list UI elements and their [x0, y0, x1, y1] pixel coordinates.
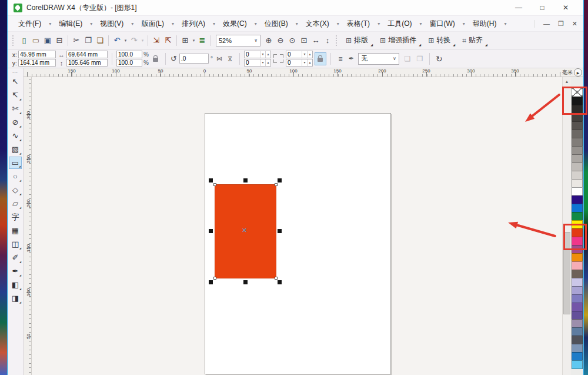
undo-caret-icon[interactable]: ▾ [123, 35, 128, 47]
snap-button[interactable]: ⌗贴齐 [458, 34, 487, 47]
copy-icon[interactable]: ❐ [82, 35, 94, 47]
corner-node-bottom-left[interactable] [213, 277, 216, 280]
zoom-in-icon[interactable]: ⊕ [263, 35, 275, 47]
palette-swatch[interactable] [572, 113, 583, 122]
x-position-field[interactable] [18, 51, 56, 58]
mirror-vertical-button[interactable]: ⋈ [226, 54, 235, 64]
doc-close-icon[interactable]: ✕ [572, 20, 577, 28]
menu-item-file[interactable]: 文件(F) [14, 17, 46, 31]
y-position-field[interactable] [18, 59, 56, 67]
pick-tool[interactable]: ↖ [9, 75, 22, 88]
palette-swatch[interactable] [572, 195, 583, 204]
object-height-field[interactable] [66, 59, 108, 67]
selection-handle-middle-right[interactable] [278, 229, 282, 233]
palette-swatch[interactable] [572, 228, 583, 237]
menu-item-view[interactable]: 视图(V) [95, 17, 128, 31]
page[interactable]: ✕ [205, 113, 391, 374]
palette-swatch[interactable] [572, 212, 583, 221]
doc-minimize-icon[interactable]: — [543, 20, 550, 27]
table-tool[interactable]: ▦ [9, 224, 22, 237]
print-icon[interactable]: ⊟ [54, 35, 65, 47]
menu-item-bitmaps[interactable]: 位图(B) [260, 17, 293, 31]
undo-icon[interactable]: ↶ [111, 35, 123, 47]
corner-radius-lock-button[interactable] [315, 52, 326, 65]
import-icon[interactable]: ⇲ [151, 35, 162, 47]
palette-swatch[interactable] [572, 154, 583, 163]
palette-swatch[interactable] [572, 204, 583, 213]
selection-handle-bottom-right[interactable] [278, 280, 282, 284]
scrollbar-thumb[interactable] [563, 232, 570, 314]
palette-swatch[interactable] [572, 319, 583, 328]
menu-item-edit[interactable]: 编辑(E) [54, 17, 87, 31]
palette-flyout-button[interactable]: ▶ [574, 68, 582, 77]
palette-swatch[interactable] [572, 336, 583, 344]
menu-item-arrange[interactable]: 排列(A) [177, 17, 210, 31]
vertical-ruler[interactable]: 300250200150100500 [24, 77, 32, 375]
maximize-button[interactable]: □ [530, 1, 554, 14]
corner-radius-tr-stepper[interactable]: ▾▴ [286, 51, 313, 58]
text-tool[interactable]: 字 [9, 211, 22, 223]
zoom-page-icon[interactable]: ⊡ [298, 35, 310, 47]
zoom-page-width-icon[interactable]: ↔ [310, 35, 322, 47]
palette-swatch[interactable] [572, 261, 583, 270]
menu-item-effects[interactable]: 效果(C) [218, 17, 252, 31]
new-document-icon[interactable]: ▯ [18, 35, 30, 47]
palette-swatch[interactable] [572, 245, 583, 254]
crop-tool[interactable]: ✄ [9, 102, 22, 115]
outline-width-combobox[interactable]: 无 ∨ [358, 53, 399, 65]
fill-tool[interactable]: ◧ [9, 278, 22, 291]
scroll-up-icon[interactable]: ▲ [563, 77, 571, 86]
ellipse-tool[interactable]: ○ [9, 170, 22, 182]
zoom-selected-icon[interactable]: ⊙ [286, 35, 298, 47]
palette-swatch[interactable] [572, 278, 583, 287]
palette-swatch[interactable] [572, 237, 583, 245]
palette-swatch[interactable] [572, 360, 583, 369]
zoom-page-height-icon[interactable]: ↕ [322, 35, 333, 47]
palette-swatch[interactable] [572, 286, 583, 295]
rotation-angle-field[interactable] [179, 54, 209, 64]
shape-tool[interactable]: ↸ [9, 89, 22, 101]
zoom-tool[interactable]: ⊘ [9, 116, 22, 128]
horizontal-ruler[interactable]: 15010050050100150200250300350 [24, 68, 562, 77]
palette-swatch[interactable] [572, 138, 583, 147]
selection-handle-top-left[interactable] [209, 178, 213, 182]
menu-item-help[interactable]: 帮助(H) [468, 17, 502, 31]
scale-lock-button[interactable] [151, 53, 161, 65]
open-icon[interactable]: ▭ [30, 35, 42, 47]
freehand-tool[interactable]: ∿ [9, 130, 22, 142]
menu-item-text[interactable]: 文本(X) [301, 17, 334, 31]
cut-icon[interactable]: ✂ [71, 35, 82, 47]
menu-item-window[interactable]: 窗口(W) [425, 17, 459, 31]
palette-swatch[interactable] [572, 311, 583, 320]
zoom-level-combobox[interactable]: 52% ∨ [216, 35, 260, 47]
redo-caret-icon[interactable]: ▾ [140, 35, 145, 47]
redo-icon[interactable]: ↷ [128, 35, 140, 47]
palette-swatch[interactable] [572, 270, 583, 278]
scale-horizontal-field[interactable] [116, 51, 142, 58]
corner-node-top-left[interactable] [213, 183, 216, 186]
convert-button[interactable]: ⊞转换 [424, 34, 455, 47]
eyedropper-tool[interactable]: ✐ [9, 251, 22, 264]
corner-radius-bl-stepper[interactable]: ▾▴ [244, 59, 271, 67]
typesetting-button[interactable]: ⊞排版 [342, 34, 372, 47]
minimize-button[interactable]: — [507, 1, 530, 14]
selection-handle-bottom-center[interactable] [243, 280, 248, 284]
vertical-scrollbar[interactable]: ▲ [562, 77, 571, 375]
welcome-screen-icon[interactable]: ≣ [196, 35, 208, 47]
launcher-caret-icon[interactable]: ▾ [191, 35, 196, 47]
rectangle-tool[interactable]: ▭ [9, 157, 22, 169]
palette-swatch[interactable] [572, 253, 583, 262]
selection-handle-top-right[interactable] [278, 178, 282, 182]
selection-handle-top-center[interactable] [243, 178, 248, 182]
paste-icon[interactable]: ❏ [94, 35, 106, 47]
close-button[interactable]: ✕ [554, 1, 577, 14]
corner-node-bottom-right[interactable] [275, 277, 278, 280]
menu-item-layout[interactable]: 版面(L) [136, 17, 169, 31]
export-icon[interactable]: ⇱ [162, 35, 174, 47]
no-color[interactable] [572, 87, 583, 97]
scale-vertical-field[interactable] [116, 59, 142, 67]
interactive-blend-tool[interactable]: ◫ [9, 238, 22, 250]
palette-swatch[interactable] [572, 294, 583, 303]
application-launcher-icon[interactable]: ⊞ [179, 35, 191, 47]
to-front-button[interactable]: ❏ [402, 53, 413, 65]
